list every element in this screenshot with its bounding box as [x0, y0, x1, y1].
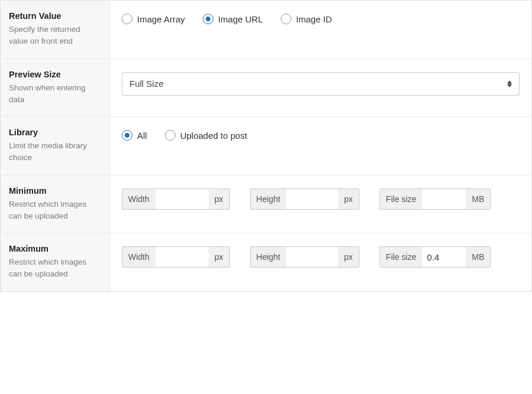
control-preview-size: Full Size	[110, 59, 531, 117]
min-width-group: Width px	[122, 188, 230, 210]
preview-size-desc: Shown when entering data	[9, 82, 101, 106]
radio-icon	[122, 130, 132, 141]
max-width-group: Width px	[122, 246, 230, 268]
library-desc: Limit the media library choice	[9, 140, 101, 164]
max-height-group: Height px	[250, 246, 359, 268]
preview-size-title: Preview Size	[9, 70, 101, 79]
return-value-desc: Specify the returned value on front end	[9, 24, 101, 48]
min-width-unit: px	[209, 188, 230, 210]
radio-icon	[122, 14, 132, 24]
control-return-value: Image Array Image URL Image ID	[110, 1, 531, 58]
min-filesize-input[interactable]	[422, 188, 466, 210]
radio-icon	[165, 130, 176, 141]
max-filesize-unit: MB	[466, 246, 491, 268]
radio-label-image-id: Image ID	[296, 14, 332, 24]
min-filesize-group: File size MB	[379, 188, 491, 210]
radio-image-array[interactable]: Image Array	[122, 14, 185, 24]
radio-label-all: All	[137, 131, 147, 141]
row-preview-size: Preview Size Shown when entering data Fu…	[1, 59, 531, 118]
max-height-unit: px	[338, 246, 359, 268]
row-return-value: Return Value Specify the returned value …	[1, 1, 531, 59]
radio-label-image-url: Image URL	[218, 14, 263, 24]
radio-icon	[203, 14, 213, 24]
label-return-value: Return Value Specify the returned value …	[1, 1, 110, 58]
preview-size-select[interactable]: Full Size	[122, 72, 520, 96]
min-width-label: Width	[122, 188, 155, 210]
radio-label-uploaded: Uploaded to post	[180, 131, 247, 141]
max-height-input[interactable]	[286, 246, 338, 268]
radio-image-id[interactable]: Image ID	[281, 14, 332, 24]
min-height-input[interactable]	[286, 188, 338, 210]
preview-size-value: Full Size	[122, 72, 520, 96]
control-maximum: Width px Height px File size MB	[110, 233, 531, 291]
max-filesize-input[interactable]	[422, 246, 466, 268]
label-minimum: Minimum Restrict which images can be upl…	[1, 175, 110, 233]
acf-field-settings: Return Value Specify the returned value …	[0, 0, 532, 292]
maximum-title: Maximum	[9, 244, 101, 253]
radio-label-image-array: Image Array	[137, 14, 185, 24]
control-library: All Uploaded to post	[110, 117, 531, 175]
max-height-label: Height	[250, 246, 286, 268]
radio-image-url[interactable]: Image URL	[203, 14, 263, 24]
maximum-input-row: Width px Height px File size MB	[122, 246, 520, 268]
minimum-title: Minimum	[9, 186, 101, 196]
library-radio-group: All Uploaded to post	[122, 130, 520, 141]
max-filesize-label: File size	[379, 246, 422, 268]
min-height-unit: px	[338, 188, 359, 210]
min-filesize-label: File size	[379, 188, 422, 210]
radio-icon	[281, 14, 291, 24]
label-preview-size: Preview Size Shown when entering data	[1, 59, 110, 117]
radio-library-all[interactable]: All	[122, 130, 147, 141]
min-width-input[interactable]	[155, 188, 209, 210]
row-library: Library Limit the media library choice A…	[1, 117, 531, 175]
radio-library-uploaded[interactable]: Uploaded to post	[165, 130, 247, 141]
control-minimum: Width px Height px File size MB	[110, 175, 531, 233]
maximum-desc: Restrict which images can be uploaded	[9, 256, 101, 281]
return-value-title: Return Value	[9, 11, 101, 21]
minimum-input-row: Width px Height px File size MB	[122, 188, 520, 210]
min-height-label: Height	[250, 188, 286, 210]
return-value-radio-group: Image Array Image URL Image ID	[122, 14, 520, 24]
max-filesize-group: File size MB	[379, 246, 491, 268]
max-width-unit: px	[209, 246, 230, 268]
min-filesize-unit: MB	[466, 188, 491, 210]
row-minimum: Minimum Restrict which images can be upl…	[1, 175, 531, 234]
label-maximum: Maximum Restrict which images can be upl…	[1, 233, 110, 291]
minimum-desc: Restrict which images can be uploaded	[9, 198, 101, 223]
library-title: Library	[9, 128, 101, 137]
row-maximum: Maximum Restrict which images can be upl…	[1, 233, 531, 291]
max-width-label: Width	[122, 246, 155, 268]
label-library: Library Limit the media library choice	[1, 117, 110, 175]
max-width-input[interactable]	[155, 246, 209, 268]
min-height-group: Height px	[250, 188, 359, 210]
